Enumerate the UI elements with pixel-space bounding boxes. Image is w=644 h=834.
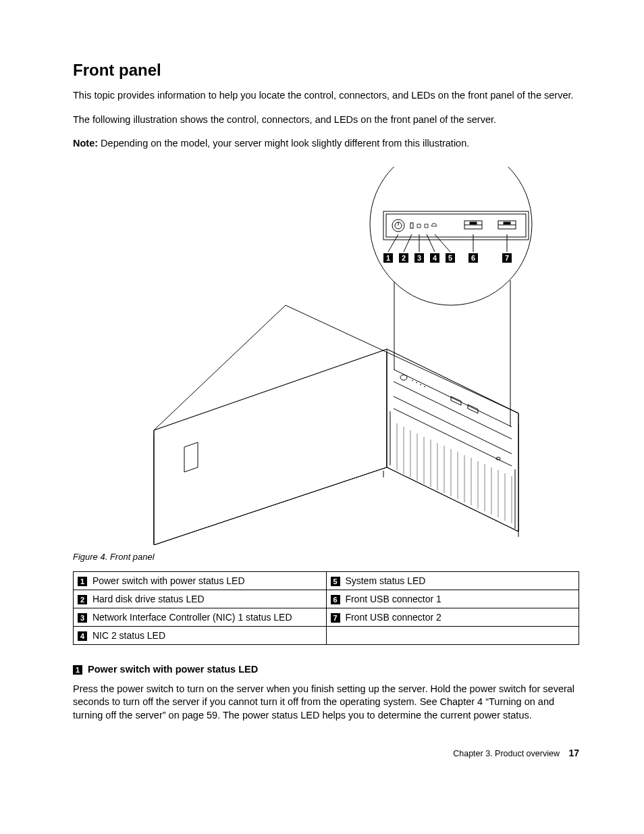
page-footer: Chapter 3. Product overview 17 xyxy=(73,748,579,758)
svg-rect-68 xyxy=(504,222,510,224)
callout-badge: 2 xyxy=(78,595,87,604)
section-body-1: Press the power switch to turn on the se… xyxy=(73,683,579,723)
figure-front-panel: 1 2 3 4 5 6 7 xyxy=(73,167,579,545)
callout-badge: 1 xyxy=(73,665,82,675)
footer-chapter: Chapter 3. Product overview xyxy=(453,749,560,758)
svg-text:1: 1 xyxy=(386,254,390,262)
callout-text: System status LED xyxy=(343,575,426,586)
figure-caption: Figure 4. Front panel xyxy=(73,552,579,562)
svg-text:5: 5 xyxy=(448,254,452,262)
note-label: Note: xyxy=(73,138,98,149)
table-row: 2 Hard disk drive status LED 6 Front USB… xyxy=(74,590,579,608)
callout-text: Front USB connector 1 xyxy=(343,594,441,604)
callout-badge: 6 xyxy=(331,595,340,604)
callout-table: 1 Power switch with power status LED 5 S… xyxy=(73,571,579,645)
callout-text: NIC 2 status LED xyxy=(90,630,165,641)
page: Front panel This topic provides informat… xyxy=(0,0,644,799)
section-heading-1: 1 Power switch with power status LED xyxy=(73,664,579,675)
callout-badge: 4 xyxy=(78,631,87,641)
callout-badge: 3 xyxy=(78,613,87,623)
intro-paragraph-2: The following illustration shows the con… xyxy=(73,113,579,127)
callout-text: Power switch with power status LED xyxy=(90,575,245,586)
server-illustration: 1 2 3 4 5 6 7 xyxy=(73,167,579,545)
svg-text:7: 7 xyxy=(505,254,509,262)
table-row: 1 Power switch with power status LED 5 S… xyxy=(74,571,579,590)
note-text: Depending on the model, your server migh… xyxy=(98,138,469,149)
svg-rect-65 xyxy=(470,222,477,224)
callout-text: Front USB connector 2 xyxy=(343,612,441,623)
callout-text: Hard disk drive status LED xyxy=(90,594,205,604)
svg-text:6: 6 xyxy=(471,254,475,262)
footer-page-number: 17 xyxy=(568,748,579,758)
svg-text:4: 4 xyxy=(433,254,437,262)
note-paragraph: Note: Depending on the model, your serve… xyxy=(73,137,579,151)
svg-text:3: 3 xyxy=(417,254,421,262)
callout-badge: 7 xyxy=(331,613,340,623)
callout-badge: 1 xyxy=(78,577,87,586)
callout-badge: 5 xyxy=(331,577,340,586)
svg-text:2: 2 xyxy=(402,254,406,262)
callout-text: Network Interface Controller (NIC) 1 sta… xyxy=(90,612,292,623)
table-row: 3 Network Interface Controller (NIC) 1 s… xyxy=(74,608,579,626)
table-row: 4 NIC 2 status LED xyxy=(74,626,579,644)
intro-paragraph-1: This topic provides information to help … xyxy=(73,89,579,103)
page-title: Front panel xyxy=(73,61,579,80)
section-heading-text: Power switch with power status LED xyxy=(85,664,258,675)
